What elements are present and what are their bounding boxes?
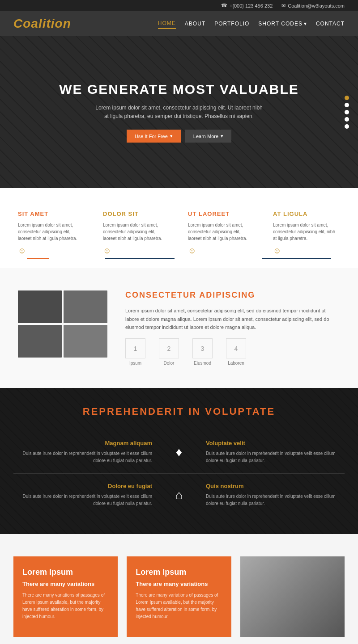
hero-dot-3[interactable] bbox=[345, 110, 349, 114]
hero-cta-secondary[interactable]: Learn More ▾ bbox=[185, 130, 231, 143]
parallax-item-2: Voluptate velit Duis aute irure dolor in… bbox=[197, 431, 345, 473]
hero-cta-primary[interactable]: Use It For Free ▾ bbox=[127, 130, 181, 143]
feature-3-icon: ☺ bbox=[188, 246, 255, 256]
stat-1-icon: 1 bbox=[125, 338, 145, 358]
hero-dot-4[interactable] bbox=[345, 117, 349, 122]
diamond-icon: ♦ bbox=[176, 445, 182, 459]
features-section: SIT AMET Lorem ipsum dolor sit amet, con… bbox=[0, 188, 358, 268]
about-body: Lorem ipsum dolor sit amet, consectetur … bbox=[125, 307, 340, 332]
logo[interactable]: Coalition bbox=[13, 17, 71, 31]
stat-2-label: Dolor bbox=[159, 361, 179, 366]
feature-2-body: Lorem ipsum dolor sit amet, consectetur … bbox=[103, 222, 170, 242]
feature-item-3: UT LAOREET Lorem ipsum dolor sit amet, c… bbox=[183, 206, 260, 260]
stat-2: 2 Dolor bbox=[159, 338, 179, 366]
parallax-item-1: Magnam aliquam Duis aute irure dolor in … bbox=[13, 431, 161, 473]
card-image-placeholder bbox=[240, 556, 345, 637]
features-dividers bbox=[13, 258, 345, 259]
card-1-subtitle: There are many variations bbox=[22, 581, 109, 587]
parallax-item-1-title: Magnam aliquam bbox=[22, 440, 152, 446]
parallax-row-1: Magnam aliquam Duis aute irure dolor in … bbox=[13, 431, 345, 473]
feature-2-title: DOLOR SIT bbox=[103, 210, 170, 217]
top-bar: ☎ +{000} 123 456 232 ✉ Coalition@w3layou… bbox=[0, 0, 358, 11]
nav-portfolio[interactable]: PORTFOLIO bbox=[214, 19, 249, 29]
hero-content: WE GENERATE MOST VALUABLE Lorem ipsum do… bbox=[59, 82, 299, 143]
card-2: Lorem Ipsum There are many variations Th… bbox=[127, 556, 231, 637]
email-info: ✉ Coalition@w3layouts.com bbox=[281, 3, 345, 8]
hero-section: WE GENERATE MOST VALUABLE Lorem ipsum do… bbox=[0, 36, 358, 188]
parallax-item-3-title: Dolore eu fugiat bbox=[22, 483, 152, 489]
home-icon: ⌂ bbox=[175, 488, 183, 502]
stat-1-label: Ipsum bbox=[125, 361, 145, 366]
phone-number: +{000} 123 456 232 bbox=[230, 3, 273, 8]
hero-dots bbox=[345, 96, 349, 129]
stat-4-label: Laboren bbox=[226, 361, 246, 366]
cards-grid: Lorem Ipsum There are many variations Th… bbox=[13, 556, 345, 637]
hero-dot-2[interactable] bbox=[345, 103, 349, 107]
feature-1-title: SIT AMET bbox=[18, 210, 85, 217]
card-1: Lorem Ipsum There are many variations Th… bbox=[13, 556, 118, 637]
stat-3-icon: 3 bbox=[192, 338, 213, 358]
main-nav: HOME ABOUT PORTFOLIO SHORT CODES ▾ CONTA… bbox=[158, 18, 345, 29]
hero-title: WE GENERATE MOST VALUABLE bbox=[59, 82, 299, 97]
divider-1 bbox=[27, 258, 49, 259]
phone-info: ☎ +{000} 123 456 232 bbox=[221, 3, 273, 8]
divider-4 bbox=[262, 258, 331, 259]
nav-home[interactable]: HOME bbox=[158, 18, 176, 29]
parallax-item-2-title: Voluptate velit bbox=[206, 440, 336, 446]
about-title: CONSECTETUR ADIPISCING bbox=[125, 290, 340, 300]
feature-1-icon: ☺ bbox=[18, 246, 85, 256]
about-content: CONSECTETUR ADIPISCING Lorem ipsum dolor… bbox=[125, 290, 340, 366]
dropdown-arrow-icon: ▾ bbox=[304, 21, 307, 27]
feature-4-icon: ☺ bbox=[273, 246, 340, 256]
parallax-icon-center-2: ⌂ bbox=[161, 474, 197, 516]
parallax-content: REPREHENDERIT IN VOLUPTATE Magnam aliqua… bbox=[0, 388, 358, 534]
cards-section: Lorem Ipsum There are many variations Th… bbox=[0, 534, 358, 644]
divider-2 bbox=[105, 258, 175, 259]
hero-body: Lorem ipsum dolor sit amet, consectetur … bbox=[94, 104, 264, 121]
parallax-section: REPREHENDERIT IN VOLUPTATE Magnam aliqua… bbox=[0, 388, 358, 534]
feature-item-4: AT LIGULA Lorem ipsum dolor sit amet, co… bbox=[268, 206, 345, 260]
card-2-title: Lorem Ipsum bbox=[136, 568, 222, 577]
hero-buttons: Use It For Free ▾ Learn More ▾ bbox=[59, 130, 299, 143]
phone-icon: ☎ bbox=[221, 3, 227, 8]
feature-3-title: UT LAOREET bbox=[188, 210, 255, 217]
hero-dot-5[interactable] bbox=[345, 124, 349, 129]
stat-4: 4 Laboren bbox=[226, 338, 246, 366]
card-image bbox=[240, 556, 345, 637]
about-image-2 bbox=[64, 290, 107, 323]
card-1-title: Lorem Ipsum bbox=[22, 568, 109, 577]
nav-shortcodes[interactable]: SHORT CODES ▾ bbox=[258, 19, 307, 29]
parallax-item-1-body: Duis aute irure dolor in reprehenderit i… bbox=[22, 450, 152, 464]
parallax-item-2-body: Duis aute irure dolor in reprehenderit i… bbox=[206, 450, 336, 464]
parallax-item-3: Dolore eu fugiat Duis aute irure dolor i… bbox=[13, 474, 161, 516]
parallax-row-2: Dolore eu fugiat Duis aute irure dolor i… bbox=[13, 473, 345, 516]
hero-dot-1[interactable] bbox=[345, 96, 349, 100]
about-image-4 bbox=[64, 325, 107, 358]
parallax-item-3-body: Duis aute irure dolor in reprehenderit i… bbox=[22, 493, 152, 507]
stat-3: 3 Eiusmod bbox=[192, 338, 213, 366]
feature-item-2: DOLOR SIT Lorem ipsum dolor sit amet, co… bbox=[98, 206, 175, 260]
feature-1-body: Lorem ipsum dolor sit amet, consectetur … bbox=[18, 222, 85, 242]
about-image-3 bbox=[18, 325, 62, 358]
email-address: Coalition@w3layouts.com bbox=[288, 3, 345, 8]
nav-contact[interactable]: CONTACT bbox=[316, 19, 345, 29]
parallax-item-4-title: Quis nostrum bbox=[206, 483, 336, 489]
divider-3 bbox=[183, 258, 253, 259]
card-2-body: There are many variations of passages of… bbox=[136, 592, 222, 620]
stat-2-icon: 2 bbox=[159, 338, 179, 358]
parallax-item-4: Quis nostrum Duis aute irure dolor in re… bbox=[197, 474, 345, 516]
nav-about[interactable]: ABOUT bbox=[185, 19, 205, 29]
about-section: CONSECTETUR ADIPISCING Lorem ipsum dolor… bbox=[0, 268, 358, 388]
card-2-subtitle: There are many variations bbox=[136, 581, 222, 587]
feature-item-1: SIT AMET Lorem ipsum dolor sit amet, con… bbox=[13, 206, 90, 260]
stat-1: 1 Ipsum bbox=[125, 338, 145, 366]
parallax-item-4-body: Duis aute irure dolor in reprehenderit i… bbox=[206, 493, 336, 507]
feature-4-body: Lorem ipsum dolor sit amet, consectetur … bbox=[273, 222, 340, 242]
stat-3-label: Eiusmod bbox=[192, 361, 213, 366]
feature-3-body: Lorem ipsum dolor sit amet, consectetur … bbox=[188, 222, 255, 242]
about-stats: 1 Ipsum 2 Dolor 3 Eiusmod 4 Laboren bbox=[125, 338, 340, 366]
email-icon: ✉ bbox=[281, 3, 286, 8]
about-images bbox=[18, 290, 107, 358]
features-grid: SIT AMET Lorem ipsum dolor sit amet, con… bbox=[13, 206, 345, 260]
about-image-1 bbox=[18, 290, 62, 323]
